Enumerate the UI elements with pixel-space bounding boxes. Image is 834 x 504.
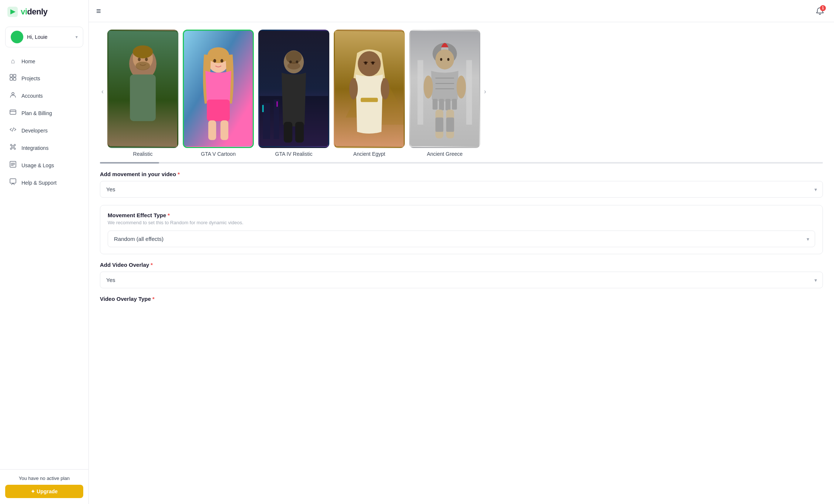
- character-image-gta-realistic: [258, 30, 329, 148]
- movement-effect-box: Movement Effect Type * We recommend to s…: [100, 205, 823, 254]
- sidebar-item-label: Home: [21, 58, 35, 64]
- avatar: [11, 31, 23, 43]
- accounts-icon: [9, 91, 17, 100]
- svg-rect-6: [10, 110, 16, 114]
- svg-point-40: [287, 62, 300, 69]
- overlay-section: Add Video Overlay * Yes No ▾: [100, 262, 823, 288]
- sidebar: videnly Hi, Louie ▾ ⌂ Home Projects Acco…: [0, 0, 89, 504]
- svg-rect-16: [130, 74, 156, 121]
- svg-point-21: [136, 61, 150, 70]
- nav-menu: ⌂ Home Projects Accounts Plan & Billing: [0, 53, 88, 469]
- svg-point-26: [221, 59, 223, 63]
- notification-badge: 1: [820, 5, 826, 11]
- carousel-scroll-right[interactable]: ›: [482, 88, 488, 95]
- sidebar-item-accounts[interactable]: Accounts: [4, 87, 85, 104]
- svg-point-69: [457, 75, 466, 98]
- svg-rect-62: [445, 99, 451, 110]
- svg-point-68: [424, 75, 433, 98]
- sidebar-item-label: Help & Support: [21, 180, 57, 186]
- upgrade-button[interactable]: ✦ Upgrade: [5, 485, 83, 498]
- usage-logs-icon: [9, 161, 17, 169]
- sidebar-item-label: Projects: [21, 75, 40, 81]
- developers-icon: [9, 126, 17, 135]
- svg-point-25: [213, 59, 216, 63]
- realistic-figure: [108, 31, 177, 147]
- svg-point-46: [358, 51, 381, 76]
- hamburger-icon[interactable]: ≡: [96, 6, 101, 16]
- character-item-ancient-greece[interactable]: Ancient Greece: [409, 30, 480, 157]
- character-image-ancient-greece: [409, 30, 480, 148]
- svg-rect-2: [13, 74, 16, 77]
- character-item-gta-realistic[interactable]: GTA IV Realistic: [258, 30, 329, 157]
- svg-rect-54: [466, 60, 472, 125]
- required-star: *: [152, 296, 155, 302]
- no-plan-text: You have no active plan: [5, 476, 83, 481]
- sidebar-item-plan-billing[interactable]: Plan & Billing: [4, 105, 85, 121]
- content-area: ‹: [89, 22, 834, 504]
- svg-rect-41: [284, 122, 292, 142]
- effect-type-description: We recommend to set this to Random for m…: [108, 220, 815, 225]
- gta-cartoon-figure: [184, 31, 253, 147]
- character-label-ancient-greece: Ancient Greece: [427, 151, 463, 157]
- sidebar-item-label: Integrations: [21, 145, 48, 151]
- overlay-select[interactable]: Yes No: [100, 272, 823, 288]
- sidebar-item-label: Developers: [21, 128, 48, 134]
- logo-icon: [7, 7, 18, 17]
- overlay-label: Add Video Overlay *: [100, 262, 823, 268]
- svg-rect-35: [277, 101, 278, 107]
- carousel-scroll-left[interactable]: ‹: [100, 88, 105, 95]
- movement-select[interactable]: Yes No: [100, 181, 823, 198]
- character-image-gta-cartoon: ✓: [183, 30, 254, 148]
- svg-rect-66: [436, 118, 443, 132]
- svg-rect-32: [263, 103, 270, 139]
- svg-point-37: [286, 51, 302, 64]
- character-carousel[interactable]: Realistic ✓: [107, 22, 480, 161]
- integrations-icon: [9, 144, 17, 152]
- svg-point-24: [208, 47, 229, 63]
- svg-point-48: [371, 61, 374, 65]
- svg-point-19: [138, 58, 141, 61]
- overlay-type-section: Video Overlay Type *: [100, 296, 823, 302]
- required-star: *: [151, 262, 153, 268]
- svg-rect-4: [13, 78, 16, 80]
- notification-button[interactable]: 1: [813, 4, 827, 18]
- svg-rect-27: [207, 100, 230, 121]
- character-label-ancient-egypt: Ancient Egypt: [353, 151, 385, 157]
- character-item-gta-cartoon[interactable]: ✓: [183, 30, 254, 157]
- user-greeting[interactable]: Hi, Louie ▾: [5, 27, 83, 47]
- svg-point-10: [10, 148, 12, 149]
- svg-point-7: [12, 146, 14, 148]
- sidebar-item-projects[interactable]: Projects: [4, 70, 85, 87]
- sidebar-item-home[interactable]: ⌂ Home: [4, 53, 85, 69]
- character-image-ancient-egypt: [334, 30, 405, 148]
- sidebar-bottom: You have no active plan ✦ Upgrade: [0, 469, 88, 504]
- svg-rect-61: [439, 99, 444, 110]
- character-item-ancient-egypt[interactable]: Ancient Egypt: [334, 30, 405, 157]
- svg-point-57: [436, 49, 454, 69]
- sidebar-item-developers[interactable]: Developers: [4, 122, 85, 139]
- carousel-scrollbar-thumb: [100, 162, 159, 164]
- sidebar-item-help-support[interactable]: Help & Support: [4, 174, 85, 191]
- svg-point-51: [381, 78, 389, 100]
- svg-rect-67: [446, 118, 454, 132]
- svg-point-50: [349, 78, 358, 100]
- svg-rect-63: [452, 99, 457, 110]
- movement-label: Add movement in your video *: [100, 171, 823, 177]
- egypt-figure: [335, 31, 404, 147]
- help-icon: [9, 178, 17, 187]
- svg-point-18: [133, 46, 153, 58]
- svg-point-8: [10, 144, 12, 146]
- effect-type-title: Movement Effect Type *: [108, 212, 815, 218]
- sidebar-item-usage-logs[interactable]: Usage & Logs: [4, 157, 85, 174]
- effect-type-select[interactable]: Random (all effects) Zoom In Zoom Out Pa…: [108, 231, 815, 247]
- main-area: ≡ 1 ‹: [89, 0, 834, 504]
- sidebar-item-integrations[interactable]: Integrations: [4, 140, 85, 156]
- app-name: videnly: [21, 7, 47, 17]
- overlay-select-wrapper: Yes No ▾: [100, 272, 823, 288]
- effect-type-select-wrapper: Random (all effects) Zoom In Zoom Out Pa…: [108, 231, 815, 247]
- svg-rect-13: [10, 179, 16, 183]
- svg-rect-49: [361, 98, 378, 102]
- svg-point-9: [14, 144, 16, 146]
- character-item-realistic[interactable]: Realistic: [107, 30, 178, 157]
- gta-realistic-figure: [259, 31, 328, 147]
